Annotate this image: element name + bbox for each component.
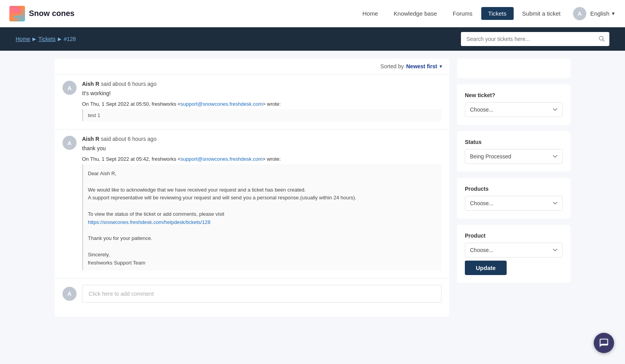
add-comment-row: A Click here to add comment	[55, 278, 449, 309]
ticket-thread: Sorted by Newest first ▼ A Aish R said a…	[55, 59, 449, 317]
avatar-comment: A	[62, 287, 77, 301]
nav-submit-ticket[interactable]: Submit a ticket	[515, 7, 568, 20]
sort-bar: Sorted by Newest first ▼	[55, 59, 449, 74]
sidebar-status-card: Status Being Processed	[457, 131, 570, 172]
breadcrumb-sep-2: ▶	[58, 36, 61, 42]
nav-forums[interactable]: Forums	[446, 7, 480, 20]
brand-logo	[9, 6, 25, 21]
email-body: Dear Aish R, We would like to acknowledg…	[88, 170, 437, 267]
comment-body-1: Aish R said about 6 hours ago It's worki…	[82, 81, 441, 121]
sidebar-new-ticket-card: New ticket? Choose...	[457, 84, 570, 125]
language-label: English	[590, 10, 609, 17]
quoted-email-1: On Thu, 1 Sept 2022 at 05:50, freshworks…	[82, 101, 441, 121]
product-select[interactable]: Choose...	[465, 243, 562, 257]
quote-link-2[interactable]: support@snowcones.freshdesk.com	[180, 156, 262, 162]
quote-link-1[interactable]: support@snowcones.freshdesk.com	[180, 101, 262, 107]
status-label: Status	[465, 139, 562, 145]
comment-text-2: thank you	[82, 145, 441, 151]
main-content: Sorted by Newest first ▼ A Aish R said a…	[39, 59, 586, 317]
avatar[interactable]: A	[573, 7, 586, 20]
update-button[interactable]: Update	[465, 261, 507, 275]
sidebar: New ticket? Choose... Status Being Proce…	[457, 59, 570, 289]
email-team: freshworks Support Team	[88, 259, 437, 267]
avatar-1: A	[62, 81, 77, 95]
brand-logo-link[interactable]: Snow cones	[9, 6, 75, 21]
sort-value[interactable]: Newest first ▼	[406, 63, 443, 69]
svg-line-4	[603, 40, 604, 41]
sidebar-top-partial	[457, 59, 570, 78]
sidebar-product-card: Product Choose... Update	[457, 225, 570, 283]
quote-box-2: Dear Aish R, We would like to acknowledg…	[82, 164, 441, 270]
chevron-down-icon: ▼	[611, 11, 616, 16]
nav-links: Home Knowledge base Forums Tickets Submi…	[355, 7, 616, 20]
comment-block-1: A Aish R said about 6 hours ago It's wor…	[55, 74, 449, 129]
search-button[interactable]	[594, 32, 609, 46]
sidebar-products-card: Products Choose...	[457, 178, 570, 218]
comment-text-1: It's working!	[82, 90, 441, 96]
top-navigation: Snow cones Home Knowledge base Forums Ti…	[0, 0, 625, 27]
comment-meta-2: Aish R said about 6 hours ago	[82, 136, 441, 142]
breadcrumb-home[interactable]: Home	[16, 36, 30, 42]
email-thanks: Thank you for your patience.	[88, 234, 437, 243]
email-para-3: To view the status of the ticket or add …	[88, 210, 437, 218]
new-ticket-label: New ticket?	[465, 92, 562, 98]
email-salutation: Dear Aish R,	[88, 170, 437, 178]
products-label: Products	[465, 186, 562, 192]
comment-block-2: A Aish R said about 6 hours ago thank yo…	[55, 129, 449, 278]
nav-knowledge-base[interactable]: Knowledge base	[387, 7, 444, 20]
search-bar	[461, 32, 609, 46]
email-sincerely: Sincerely,	[88, 251, 437, 259]
comment-author-1: Aish R	[82, 81, 99, 87]
quote-intro-2: On Thu, 1 Sept 2022 at 05:42, freshworks…	[82, 156, 441, 162]
comment-time-1: said about 6 hours ago	[101, 81, 156, 87]
comment-author-2: Aish R	[82, 136, 99, 142]
search-input[interactable]	[461, 32, 594, 46]
product-label: Product	[465, 233, 562, 239]
new-ticket-select[interactable]: Choose...	[465, 102, 562, 117]
breadcrumb-tickets[interactable]: Tickets	[38, 36, 55, 42]
quoted-email-2: On Thu, 1 Sept 2022 at 05:42, freshworks…	[82, 156, 441, 270]
quote-intro-1: On Thu, 1 Sept 2022 at 05:50, freshworks…	[82, 101, 441, 107]
products-select[interactable]: Choose...	[465, 196, 562, 211]
breadcrumb: Home ▶ Tickets ▶ #128	[16, 36, 76, 42]
sort-caret-icon: ▼	[439, 64, 443, 69]
brand-name: Snow cones	[29, 9, 75, 18]
sort-value-text: Newest first	[406, 63, 437, 69]
comment-meta-1: Aish R said about 6 hours ago	[82, 81, 441, 87]
breadcrumb-sep-1: ▶	[32, 36, 36, 42]
nav-home[interactable]: Home	[355, 7, 385, 20]
breadcrumb-current: #128	[64, 36, 76, 42]
search-icon	[598, 36, 605, 42]
sort-label: Sorted by	[380, 63, 404, 69]
comment-time-2: said about 6 hours ago	[101, 136, 156, 142]
status-select[interactable]: Being Processed	[465, 149, 562, 164]
svg-point-2	[13, 15, 21, 18]
email-para-2: A support representative will be reviewi…	[88, 194, 437, 202]
language-selector[interactable]: English ▼	[590, 10, 616, 17]
add-comment-input[interactable]: Click here to add comment	[82, 285, 441, 303]
breadcrumb-bar: Home ▶ Tickets ▶ #128	[0, 27, 625, 51]
avatar-2: A	[62, 136, 77, 150]
nav-tickets[interactable]: Tickets	[481, 7, 514, 20]
email-para-1: We would like to acknowledge that we hav…	[88, 186, 437, 194]
quote-box-1: test 1	[82, 109, 441, 121]
email-ticket-link[interactable]: https://snowcones.freshdesk.com/helpdesk…	[88, 219, 211, 225]
comment-body-2: Aish R said about 6 hours ago thank you …	[82, 136, 441, 270]
